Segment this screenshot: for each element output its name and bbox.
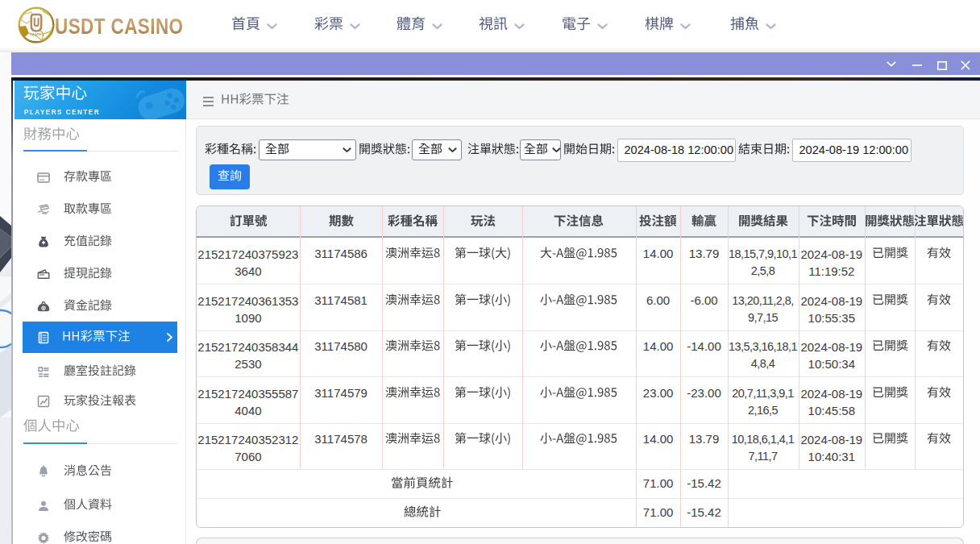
svg-text:CASINO: CASINO xyxy=(30,32,44,36)
